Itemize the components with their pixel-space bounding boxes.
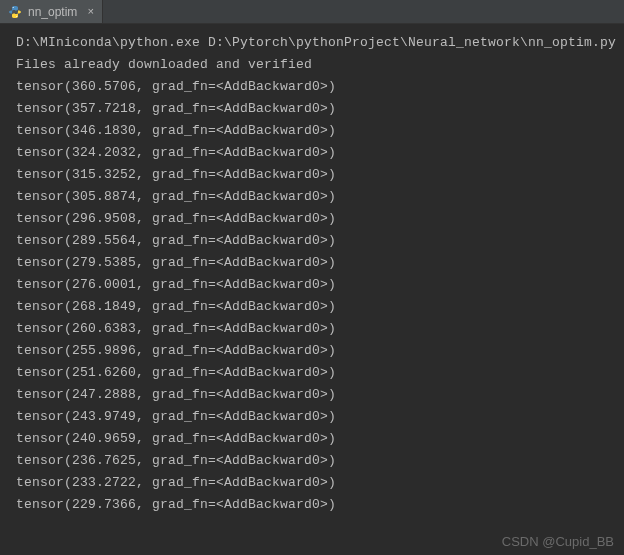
tensor-line: tensor(268.1849, grad_fn=<AddBackward0>) (16, 296, 616, 318)
tensor-line: tensor(247.2888, grad_fn=<AddBackward0>) (16, 384, 616, 406)
tensor-line: tensor(279.5385, grad_fn=<AddBackward0>) (16, 252, 616, 274)
tab-bar: nn_optim × (0, 0, 624, 24)
tensor-line: tensor(315.3252, grad_fn=<AddBackward0>) (16, 164, 616, 186)
tensor-line: tensor(276.0001, grad_fn=<AddBackward0>) (16, 274, 616, 296)
tensor-line: tensor(289.5564, grad_fn=<AddBackward0>) (16, 230, 616, 252)
tensor-line: tensor(251.6260, grad_fn=<AddBackward0>) (16, 362, 616, 384)
console-output: D:\MIniconda\python.exe D:\Pytorch\pytho… (0, 24, 624, 555)
download-message: Files already downloaded and verified (16, 54, 616, 76)
tensor-line: tensor(360.5706, grad_fn=<AddBackward0>) (16, 76, 616, 98)
tab-nn-optim[interactable]: nn_optim × (0, 0, 103, 23)
tensor-line: tensor(296.9508, grad_fn=<AddBackward0>) (16, 208, 616, 230)
tensor-line: tensor(346.1830, grad_fn=<AddBackward0>) (16, 120, 616, 142)
tensor-line: tensor(233.2722, grad_fn=<AddBackward0>) (16, 472, 616, 494)
svg-point-1 (16, 15, 17, 16)
svg-point-0 (13, 6, 14, 7)
tensor-line: tensor(229.7366, grad_fn=<AddBackward0>) (16, 494, 616, 516)
close-icon[interactable]: × (87, 6, 94, 18)
watermark: CSDN @Cupid_BB (502, 534, 614, 549)
tensor-line: tensor(260.6383, grad_fn=<AddBackward0>) (16, 318, 616, 340)
tensor-line: tensor(255.9896, grad_fn=<AddBackward0>) (16, 340, 616, 362)
tensor-line: tensor(236.7625, grad_fn=<AddBackward0>) (16, 450, 616, 472)
tensor-line: tensor(305.8874, grad_fn=<AddBackward0>) (16, 186, 616, 208)
tensor-line: tensor(324.2032, grad_fn=<AddBackward0>) (16, 142, 616, 164)
tensor-line: tensor(240.9659, grad_fn=<AddBackward0>) (16, 428, 616, 450)
tensor-line: tensor(357.7218, grad_fn=<AddBackward0>) (16, 98, 616, 120)
tab-label: nn_optim (28, 5, 77, 19)
tensor-line: tensor(243.9749, grad_fn=<AddBackward0>) (16, 406, 616, 428)
command-line: D:\MIniconda\python.exe D:\Pytorch\pytho… (16, 32, 616, 54)
python-icon (8, 5, 22, 19)
